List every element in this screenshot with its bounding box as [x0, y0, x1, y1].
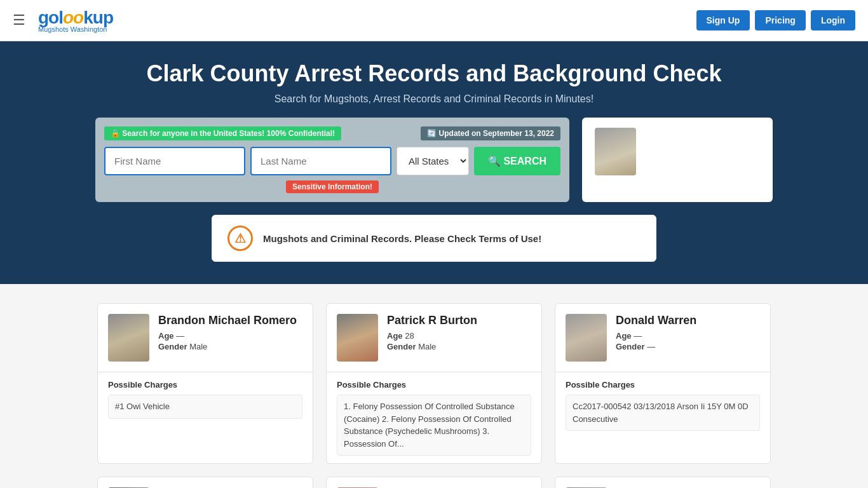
gender-value: Male: [695, 179, 714, 189]
person-info: Brandon Michael Romero Age — Gender Male: [158, 314, 297, 353]
person-card[interactable]: Javontae Dquan Mcgill Age — Gender —: [97, 477, 313, 488]
person-name: Patrick R Burton: [387, 314, 477, 327]
header-left: ☰ golookup Mugshots Washington: [13, 8, 113, 33]
age-label: Age: [674, 162, 690, 172]
updated-notice: 🔄 Updated on September 13, 2022: [421, 126, 560, 140]
page-title: Clark County Arrest Records and Backgrou…: [13, 60, 855, 87]
logo-subtitle: Mugshots Washington: [38, 25, 107, 33]
person-gender: Gender —: [616, 342, 696, 351]
person-header: Javontae Dquan Mcgill Age — Gender —: [98, 477, 313, 488]
person-age: Age —: [616, 331, 696, 341]
state-select[interactable]: All States: [397, 147, 469, 175]
warning-text: Mugshots and Criminal Records. Please Ch…: [263, 233, 541, 244]
lastname-value: Reyes: [698, 146, 724, 156]
gender-label: Gender: [661, 179, 692, 189]
person-mugshot: [566, 314, 607, 362]
person-header: Donald Warren Age — Gender —: [555, 304, 770, 372]
lastname-label: Last Name: [651, 146, 696, 156]
person-mugshot: [337, 314, 378, 362]
search-button[interactable]: 🔍 SEARCH: [474, 147, 560, 175]
profile-gender: Gender Male: [645, 176, 730, 192]
person-card[interactable]: Patrick R Burton Age 28 Gender Male Poss…: [326, 303, 542, 464]
search-area: 🔒 Search for anyone in the United States…: [85, 118, 783, 202]
person-gender: Gender Male: [158, 342, 297, 351]
sensitive-badge: Sensitive Information!: [286, 180, 379, 193]
last-name-input[interactable]: [250, 147, 391, 175]
profile-avatar: [595, 128, 636, 175]
person-name: Donald Warren: [616, 314, 696, 327]
charges-title: Possible Charges: [337, 380, 531, 390]
logo[interactable]: golookup Mugshots Washington: [38, 8, 113, 33]
main-content: Brandon Michael Romero Age — Gender Male…: [85, 303, 783, 488]
search-notices: 🔒 Search for anyone in the United States…: [104, 126, 560, 140]
charges-section: Possible Charges #1 Owi Vehicle: [98, 372, 313, 426]
warning-bar: ⚠ Mugshots and Criminal Records. Please …: [212, 215, 656, 262]
profile-info: First Name Jonathan Last Name Reyes Age …: [645, 128, 730, 192]
signup-button[interactable]: Sign Up: [696, 10, 750, 30]
profile-lastname: Last Name Reyes: [645, 144, 730, 159]
profile-card: First Name Jonathan Last Name Reyes Age …: [582, 118, 773, 202]
firstname-value: Jonathan: [693, 130, 730, 140]
charges-section: Possible Charges Cc2017-000542 03/13/201…: [555, 372, 770, 438]
person-header: Brandon Michael Romero Age — Gender Male: [98, 304, 313, 372]
person-card[interactable]: Brandon Michael Romero Age — Gender Male…: [97, 303, 313, 464]
avatar-image: [595, 128, 636, 175]
search-box: 🔒 Search for anyone in the United States…: [95, 118, 569, 202]
header-buttons: Sign Up Pricing Login: [696, 10, 855, 30]
person-header: Patrick R Burton Age 28 Gender Male: [327, 304, 541, 372]
login-button[interactable]: Login: [811, 10, 855, 30]
person-age: Age 28: [387, 331, 477, 341]
charge-item: Cc2017-000542 03/13/2018 Arson Ii 15Y 0M…: [566, 395, 760, 431]
hero-subtitle: Search for Mugshots, Arrest Records and …: [13, 93, 855, 105]
first-name-input[interactable]: [104, 147, 245, 175]
person-header: Jason C Sederberg Age — Gender —: [555, 477, 770, 488]
person-gender: Gender Male: [387, 342, 477, 351]
profile-firstname: First Name Jonathan: [645, 128, 730, 144]
person-info: Donald Warren Age — Gender —: [616, 314, 696, 353]
hero-section: Clark County Arrest Records and Backgrou…: [0, 41, 868, 284]
site-header: ☰ golookup Mugshots Washington Sign Up P…: [0, 0, 868, 41]
person-card[interactable]: Matthew Dillan West Age — Gender —: [326, 477, 542, 488]
people-grid: Brandon Michael Romero Age — Gender Male…: [97, 303, 771, 488]
person-age: Age —: [158, 331, 297, 341]
charges-title: Possible Charges: [108, 380, 302, 390]
charges-section: Possible Charges 1. Felony Possession Of…: [327, 372, 541, 463]
person-info: Patrick R Burton Age 28 Gender Male: [387, 314, 477, 353]
person-card[interactable]: Jason C Sederberg Age — Gender —: [555, 477, 771, 488]
charge-item: 1. Felony Possession Of Controlled Subst…: [337, 395, 531, 456]
charges-title: Possible Charges: [566, 380, 760, 390]
search-inputs: All States 🔍 SEARCH: [104, 147, 560, 175]
person-mugshot: [108, 314, 149, 362]
person-name: Brandon Michael Romero: [158, 314, 297, 327]
pricing-button[interactable]: Pricing: [755, 10, 805, 30]
charge-item: #1 Owi Vehicle: [108, 395, 302, 419]
hamburger-icon[interactable]: ☰: [13, 12, 25, 29]
warning-icon: ⚠: [227, 226, 253, 251]
firstname-label: First Name: [645, 130, 691, 140]
person-card[interactable]: Donald Warren Age — Gender — Possible Ch…: [555, 303, 771, 464]
age-value: —: [693, 162, 702, 172]
person-header: Matthew Dillan West Age — Gender —: [327, 477, 541, 488]
profile-age: Age —: [645, 159, 730, 175]
confidential-notice: 🔒 Search for anyone in the United States…: [104, 126, 341, 140]
